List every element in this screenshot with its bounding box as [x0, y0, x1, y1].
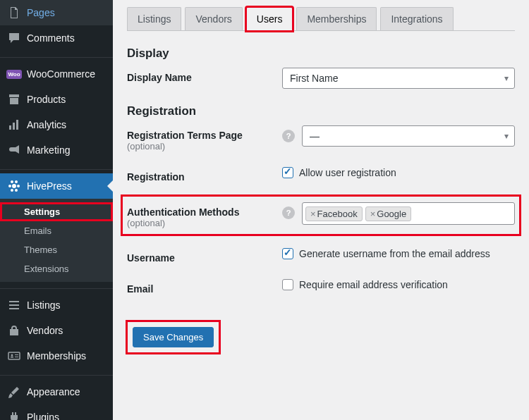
menu-comments[interactable]: Comments	[0, 25, 113, 51]
row-registration: Registration Allow user registration	[127, 167, 515, 183]
svg-rect-17	[15, 357, 18, 357]
woo-icon: Woo	[7, 67, 21, 81]
row-auth-methods: Authentication Methods (optional) ? × Fa…	[124, 198, 518, 233]
row-terms-page: Registration Terms Page (optional) ? —	[127, 125, 515, 152]
svg-point-3	[12, 184, 16, 188]
label-auth-methods: Authentication Methods (optional)	[127, 202, 282, 228]
menu-appearance[interactable]: Appearance	[0, 379, 113, 404]
help-icon[interactable]: ?	[282, 130, 295, 142]
main-content: ListingsVendorsUsersMembershipsIntegrati…	[113, 0, 529, 420]
menu-memberships[interactable]: Memberships	[0, 343, 113, 369]
help-icon[interactable]: ?	[282, 206, 295, 219]
tab-integrations[interactable]: Integrations	[380, 7, 453, 30]
tab-listings[interactable]: Listings	[127, 7, 181, 30]
svg-point-5	[17, 185, 20, 187]
tab-memberships[interactable]: Memberships	[296, 7, 377, 30]
remove-tag-icon[interactable]: ×	[370, 209, 376, 219]
menu-label: Plugins	[27, 412, 59, 420]
analytics-icon	[7, 118, 21, 132]
tab-vendors[interactable]: Vendors	[185, 7, 242, 30]
label-registration: Registration	[127, 167, 282, 183]
menu-label: Pages	[27, 7, 55, 18]
comment-icon	[7, 31, 21, 45]
svg-rect-12	[9, 308, 19, 309]
menu-marketing[interactable]: Marketing	[0, 137, 113, 163]
svg-rect-13	[8, 352, 20, 359]
menu-label: Products	[27, 94, 66, 105]
menu-hivepress[interactable]: HivePress	[0, 173, 113, 199]
svg-rect-11	[9, 304, 19, 306]
menu-label: WooCommerce	[27, 68, 95, 80]
checkbox-allow-registration[interactable]	[282, 167, 293, 178]
svg-rect-2	[16, 120, 18, 130]
select-terms-page[interactable]: —	[302, 125, 515, 147]
svg-point-9	[15, 189, 18, 192]
save-wrap: Save Changes	[127, 321, 219, 353]
menu-plugins[interactable]: Plugins	[0, 404, 113, 420]
check-require-email-verify[interactable]: Require email address verification	[282, 279, 515, 290]
svg-rect-15	[11, 357, 13, 358]
pages-icon	[7, 6, 21, 20]
section-registration: Registration	[127, 104, 515, 118]
menu-analytics[interactable]: Analytics	[0, 112, 113, 137]
admin-sidebar: PagesCommentsWooWooCommerceProductsAnaly…	[0, 0, 113, 420]
tag-facebook[interactable]: × Facebook	[305, 206, 363, 221]
svg-rect-0	[9, 125, 11, 130]
menu-label: Comments	[27, 32, 75, 44]
svg-rect-10	[9, 301, 19, 302]
row-email: Email Require email address verification	[127, 279, 515, 295]
label-display-name: Display Name	[127, 68, 282, 83]
id-icon	[7, 349, 21, 363]
megaphone-icon	[7, 143, 21, 157]
checkbox-require-email-verify[interactable]	[282, 279, 293, 290]
plug-icon	[7, 410, 21, 420]
menu-products[interactable]: Products	[0, 87, 113, 112]
menu-label: Marketing	[27, 144, 70, 156]
check-generate-username[interactable]: Generate username from the email address	[282, 248, 515, 259]
remove-tag-icon[interactable]: ×	[310, 209, 316, 219]
svg-rect-16	[15, 354, 18, 355]
row-username: Username Generate username from the emai…	[127, 248, 515, 264]
submenu-extensions[interactable]: Extensions	[0, 259, 113, 278]
checkbox-generate-username[interactable]	[282, 248, 293, 259]
store-icon	[7, 323, 21, 338]
menu-label: Analytics	[27, 119, 66, 130]
brush-icon	[7, 385, 21, 399]
menu-label: Vendors	[27, 325, 63, 336]
svg-rect-1	[13, 123, 15, 130]
menu-label: HivePress	[27, 180, 72, 192]
hivepress-icon	[7, 179, 21, 193]
archive-icon	[7, 92, 21, 106]
menu-vendors[interactable]: Vendors	[0, 318, 113, 343]
menu-label: Appearance	[27, 386, 80, 397]
svg-point-14	[11, 354, 13, 357]
submenu: SettingsEmailsThemesExtensions	[0, 199, 113, 282]
section-display: Display	[127, 47, 515, 61]
menu-woocommerce[interactable]: WooWooCommerce	[0, 61, 113, 87]
row-display-name: Display Name First Name	[127, 68, 515, 89]
svg-point-4	[8, 185, 11, 187]
label-username: Username	[127, 248, 282, 264]
tag-google[interactable]: × Google	[365, 206, 412, 221]
menu-pages[interactable]: Pages	[0, 0, 113, 25]
auth-methods-input[interactable]: × Facebook× Google	[302, 202, 515, 225]
menu-listings[interactable]: Listings	[0, 292, 113, 318]
submenu-emails[interactable]: Emails	[0, 221, 113, 240]
menu-label: Memberships	[27, 350, 86, 362]
submenu-settings[interactable]: Settings	[0, 202, 113, 221]
list-icon	[7, 298, 21, 312]
svg-point-6	[11, 180, 13, 183]
svg-point-7	[15, 180, 18, 183]
select-display-name[interactable]: First Name	[282, 68, 515, 89]
svg-point-8	[11, 189, 13, 192]
label-email: Email	[127, 279, 282, 295]
check-allow-registration[interactable]: Allow user registration	[282, 167, 515, 178]
submenu-themes[interactable]: Themes	[0, 240, 113, 259]
tab-users[interactable]: Users	[246, 7, 293, 31]
menu-label: Listings	[27, 299, 60, 311]
save-button[interactable]: Save Changes	[133, 327, 214, 347]
settings-tabs: ListingsVendorsUsersMembershipsIntegrati…	[127, 7, 515, 31]
label-terms-page: Registration Terms Page (optional)	[127, 125, 282, 152]
